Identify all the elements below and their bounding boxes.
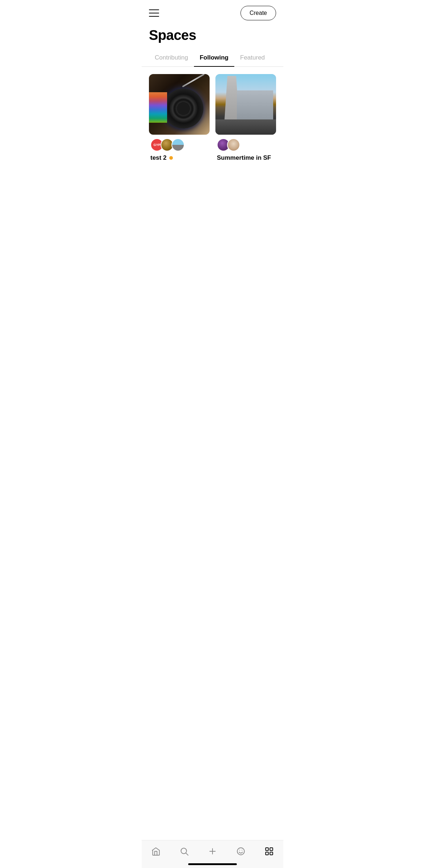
tab-following[interactable]: Following (194, 50, 234, 66)
content-area: GYP test 2 Summertime in SF (142, 67, 283, 198)
avatars-row-sf (215, 135, 276, 154)
space-card-image-sf (215, 74, 276, 135)
page-title-section: Spaces (142, 24, 283, 50)
space-card-title-row-test2: test 2 (149, 154, 210, 162)
turntable-image (149, 74, 210, 135)
top-nav: Create (142, 0, 283, 24)
space-card-test2[interactable]: GYP test 2 (149, 74, 210, 162)
create-button[interactable]: Create (240, 6, 276, 20)
space-card-title-row-sf: Summertime in SF (215, 154, 276, 162)
space-card-sf[interactable]: Summertime in SF (215, 74, 276, 162)
space-title-test2: test 2 (150, 154, 166, 162)
space-title-sf: Summertime in SF (217, 154, 271, 162)
tabs-container: Contributing Following Featured (142, 50, 283, 67)
side-image (149, 92, 167, 123)
sf-city-image (215, 74, 276, 135)
sf-street (215, 119, 276, 135)
page-title: Spaces (149, 28, 276, 43)
tab-featured[interactable]: Featured (234, 50, 271, 66)
spaces-grid: GYP test 2 Summertime in SF (142, 67, 283, 162)
avatar-mountain (171, 138, 185, 151)
menu-icon[interactable] (149, 9, 159, 17)
tab-contributing[interactable]: Contributing (149, 50, 194, 66)
avatar-person (227, 138, 240, 151)
space-card-image-test2 (149, 74, 210, 135)
avatars-row-test2: GYP (149, 135, 210, 154)
active-dot-test2 (169, 156, 173, 160)
